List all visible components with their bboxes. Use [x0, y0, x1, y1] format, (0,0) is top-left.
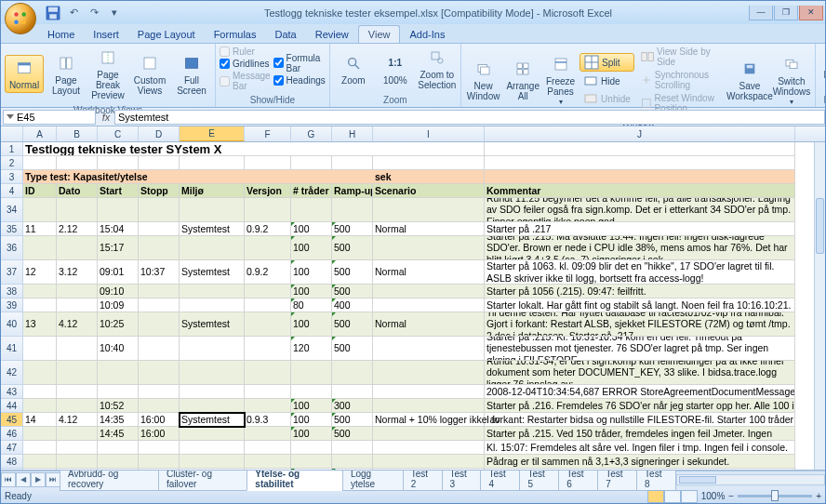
- cell[interactable]: Starter på 1063. kl. 09:09 blir det en "…: [485, 260, 795, 285]
- cell[interactable]: [98, 441, 139, 455]
- column-header-C[interactable]: C: [98, 126, 139, 141]
- cell[interactable]: 16:00: [139, 413, 180, 427]
- cell[interactable]: [57, 469, 98, 470]
- new-window-button[interactable]: New Window: [465, 57, 502, 103]
- cell[interactable]: ID: [23, 184, 57, 198]
- cell[interactable]: [180, 285, 245, 298]
- cell[interactable]: 10:09: [98, 298, 139, 312]
- formula-field[interactable]: Systemtest: [114, 110, 825, 125]
- cell[interactable]: [291, 198, 332, 222]
- cell[interactable]: Stopp: [139, 184, 180, 198]
- cell[interactable]: 300: [332, 399, 373, 413]
- cell[interactable]: 100: [291, 413, 332, 427]
- cell[interactable]: Kommentar: [485, 184, 795, 198]
- ribbon-tab-add-ins[interactable]: Add-Ins: [400, 26, 454, 43]
- cell[interactable]: 100: [291, 312, 332, 337]
- sheet-tab[interactable]: Test 8: [636, 468, 676, 491]
- row-header[interactable]: 34: [1, 198, 23, 222]
- cell[interactable]: [332, 441, 373, 455]
- cell[interactable]: 80: [291, 469, 332, 470]
- cell[interactable]: [373, 198, 485, 222]
- sheet-tab[interactable]: Logg ytelse: [342, 468, 404, 491]
- cell[interactable]: Normal: [373, 222, 485, 236]
- cell[interactable]: sek: [373, 170, 485, 184]
- split-button[interactable]: Split: [580, 53, 634, 72]
- cell[interactable]: Kl. 15:07: Fremdeles alt såre vel. Ingen…: [485, 441, 795, 455]
- row-header[interactable]: 40: [1, 312, 23, 337]
- cell[interactable]: [332, 156, 373, 170]
- cell[interactable]: [139, 455, 180, 469]
- worksheet[interactable]: ABCDEFGHIJ 1Testlogg tekniske tester SYs…: [1, 126, 825, 471]
- cell[interactable]: Ramp-up: [332, 184, 373, 198]
- view-mode-break[interactable]: [681, 490, 698, 503]
- cell[interactable]: 80: [291, 298, 332, 312]
- zoom-100-button[interactable]: 1:1100%: [376, 51, 415, 87]
- cell[interactable]: [245, 469, 291, 470]
- vertical-scrollbar[interactable]: [814, 142, 825, 470]
- cell[interactable]: Systemtest: [180, 222, 245, 236]
- office-button[interactable]: [5, 3, 36, 34]
- cell[interactable]: [180, 337, 245, 361]
- cell[interactable]: 500: [332, 285, 373, 298]
- tab-nav-last[interactable]: ⏭: [46, 472, 60, 487]
- cell[interactable]: [245, 298, 291, 312]
- cell[interactable]: Normal: [373, 260, 485, 285]
- cell[interactable]: [180, 469, 245, 470]
- cell[interactable]: [23, 236, 57, 260]
- save-workspace-button[interactable]: Save Workspace: [730, 57, 769, 103]
- cell[interactable]: [57, 337, 98, 361]
- zoom-level[interactable]: 100%: [701, 491, 726, 501]
- sheet-tab[interactable]: Test 3: [442, 468, 482, 491]
- cell[interactable]: [23, 156, 57, 170]
- cell[interactable]: 09:01: [98, 260, 139, 285]
- cell[interactable]: 500: [332, 260, 373, 285]
- sheet-tab[interactable]: Avbrudd- og recovery: [60, 468, 159, 491]
- row-header[interactable]: 35: [1, 222, 23, 236]
- cell[interactable]: [373, 236, 485, 260]
- cell[interactable]: 2.12: [57, 222, 98, 236]
- cell[interactable]: [23, 298, 57, 312]
- cell[interactable]: [57, 385, 98, 399]
- cell[interactable]: Starter på .217: [485, 222, 795, 236]
- sheet-tab[interactable]: Test 6: [558, 468, 598, 491]
- cell[interactable]: Rundt 10:31-34, er det i sign.komp kun f…: [485, 361, 795, 385]
- cell[interactable]: 14:45: [98, 427, 139, 441]
- cell[interactable]: [245, 385, 291, 399]
- sheet-tab[interactable]: Test 4: [480, 468, 520, 491]
- cell[interactable]: [23, 399, 57, 413]
- cell[interactable]: [180, 385, 245, 399]
- ribbon-tab-home[interactable]: Home: [38, 26, 84, 43]
- cell[interactable]: [139, 198, 180, 222]
- cell[interactable]: [139, 156, 180, 170]
- sheet-tab[interactable]: Test 5: [519, 468, 559, 491]
- cell[interactable]: Versjon: [245, 184, 291, 198]
- cell[interactable]: 400: [332, 298, 373, 312]
- cell[interactable]: 500: [332, 427, 373, 441]
- formulabar-checkbox[interactable]: Formula Bar: [273, 53, 326, 73]
- view-mode-layout[interactable]: [664, 490, 681, 503]
- cell[interactable]: [57, 361, 98, 385]
- qat-more-icon[interactable]: ▾: [105, 4, 124, 22]
- cell[interactable]: 100: [291, 285, 332, 298]
- tab-nav-prev[interactable]: ◀: [16, 472, 31, 487]
- row-header[interactable]: 36: [1, 236, 23, 260]
- cell[interactable]: 500: [332, 236, 373, 260]
- view-custom-button[interactable]: Custom Views: [130, 51, 169, 98]
- row-header[interactable]: 45: [1, 413, 23, 427]
- cell[interactable]: # tråder: [291, 184, 332, 198]
- restore-button[interactable]: ❐: [774, 6, 798, 20]
- sheet-tab[interactable]: Test 7: [597, 468, 637, 491]
- view-page-break-button[interactable]: Page Break Preview: [88, 46, 127, 102]
- cell[interactable]: [373, 469, 485, 470]
- cell[interactable]: [332, 455, 373, 469]
- cell[interactable]: [98, 361, 139, 385]
- row-header[interactable]: 49: [1, 469, 23, 470]
- cell[interactable]: [98, 156, 139, 170]
- cell[interactable]: 500: [332, 413, 373, 427]
- cell[interactable]: [139, 222, 180, 236]
- cell[interactable]: 500: [332, 337, 373, 361]
- cell[interactable]: 10:25: [98, 312, 139, 337]
- column-header-D[interactable]: D: [139, 126, 180, 141]
- cell[interactable]: 16:00: [139, 427, 180, 441]
- headings-checkbox[interactable]: Headings: [273, 75, 326, 86]
